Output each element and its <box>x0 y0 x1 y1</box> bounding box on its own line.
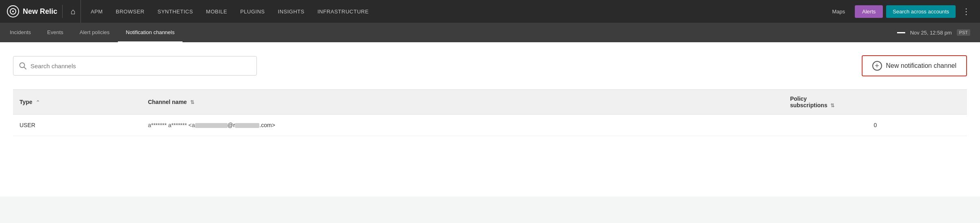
sub-nav-links: Incidents Events Alert policies Notifica… <box>10 23 183 42</box>
subnav-events[interactable]: Events <box>39 23 72 42</box>
nav-plugins[interactable]: PLUGINS <box>234 0 272 23</box>
maps-button[interactable]: Maps <box>826 9 852 15</box>
column-type-label: Type <box>20 99 33 105</box>
search-accounts-button[interactable]: Search across accounts <box>886 5 956 18</box>
column-policy-label: Policysubscriptions <box>790 95 828 108</box>
table-row: USER a******* a******* <a@r.com> 0 <box>13 115 967 136</box>
timestamp: Nov 25, 12:58 pm <box>910 30 952 36</box>
policy-subscriptions-value: 0 <box>874 122 877 128</box>
main-nav-links: APM BROWSER SYNTHETICS MOBILE PLUGINS IN… <box>84 0 826 23</box>
top-navigation: New Relic ⌂ APM BROWSER SYNTHETICS MOBIL… <box>0 0 980 23</box>
sub-navigation: Incidents Events Alert policies Notifica… <box>0 23 980 42</box>
column-channel-name[interactable]: Channel name ⇅ <box>141 90 784 115</box>
column-type[interactable]: Type ⌃ <box>13 90 141 115</box>
minimize-button[interactable] <box>897 32 905 33</box>
sub-nav-right: Nov 25, 12:58 pm PST <box>897 29 970 36</box>
svg-line-4 <box>24 67 26 69</box>
nav-infrastructure[interactable]: INFRASTRUCTURE <box>311 0 375 23</box>
top-nav-right: Maps Alerts Search across accounts ⋮ <box>826 5 973 18</box>
search-channels-input[interactable] <box>30 63 251 69</box>
channel-name-end: .com> <box>259 122 275 128</box>
nav-insights[interactable]: INSIGHTS <box>272 0 311 23</box>
nav-synthetics[interactable]: SYNTHETICS <box>151 0 199 23</box>
channel-name-redacted-1 <box>195 123 228 128</box>
table-header: Type ⌃ Channel name ⇅ Policysubscription… <box>13 90 967 115</box>
row-type-value: USER <box>20 122 35 128</box>
column-policy-subscriptions[interactable]: Policysubscriptions ⇅ <box>784 90 967 115</box>
brand-logo-area[interactable]: New Relic <box>7 5 63 18</box>
nav-mobile[interactable]: MOBILE <box>200 0 234 23</box>
cell-type: USER <box>13 115 141 136</box>
subnav-alert-policies[interactable]: Alert policies <box>72 23 118 42</box>
new-relic-logo-icon <box>7 5 20 18</box>
cell-policy-subscriptions[interactable]: 0 <box>784 115 967 136</box>
channel-name-suffix: @r <box>228 122 235 128</box>
new-channel-label: New notification channel <box>886 62 956 69</box>
main-content: + New notification channel Type ⌃ Channe… <box>0 42 980 197</box>
nav-apm[interactable]: APM <box>84 0 109 23</box>
nav-browser[interactable]: BROWSER <box>109 0 151 23</box>
table-header-row: Type ⌃ Channel name ⇅ Policysubscription… <box>13 90 967 115</box>
new-notification-channel-button[interactable]: + New notification channel <box>862 55 967 76</box>
search-icon <box>19 62 26 69</box>
channel-name-redacted-2 <box>235 123 259 128</box>
plus-circle-icon: + <box>872 61 882 71</box>
home-button[interactable]: ⌂ <box>66 0 81 23</box>
column-channel-name-label: Channel name <box>148 99 187 105</box>
sort-type-icon[interactable]: ⌃ <box>36 100 40 105</box>
home-icon: ⌂ <box>71 7 76 16</box>
channels-table: Type ⌃ Channel name ⇅ Policysubscription… <box>13 89 967 136</box>
subnav-notification-channels[interactable]: Notification channels <box>118 23 183 42</box>
alerts-button[interactable]: Alerts <box>855 5 883 18</box>
search-channels-box[interactable] <box>13 56 257 76</box>
timezone-badge: PST <box>957 29 970 36</box>
more-menu-button[interactable]: ⋮ <box>959 6 973 16</box>
brand-name: New Relic <box>23 7 57 16</box>
subnav-incidents[interactable]: Incidents <box>10 23 39 42</box>
sort-channel-icon[interactable]: ⇅ <box>190 100 194 105</box>
toolbar-row: + New notification channel <box>13 55 967 76</box>
svg-point-2 <box>12 11 14 12</box>
channel-name-prefix: a******* a******* <a <box>148 122 195 128</box>
sort-policy-icon[interactable]: ⇅ <box>830 103 834 108</box>
cell-channel-name: a******* a******* <a@r.com> <box>141 115 784 136</box>
table-body: USER a******* a******* <a@r.com> 0 <box>13 115 967 136</box>
